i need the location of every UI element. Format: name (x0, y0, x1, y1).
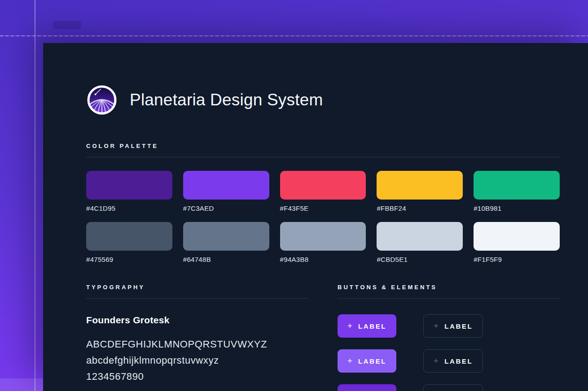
section-heading: TYPOGRAPHY (86, 284, 309, 291)
button-label: LABEL (358, 322, 386, 330)
font-name: Founders Grotesk (86, 315, 309, 326)
color-swatch-cell: #FBBF24 (377, 171, 463, 212)
secondary-label-button[interactable]: + LABEL (423, 349, 483, 373)
color-swatch-cell: #475569 (86, 222, 172, 263)
color-swatch-cell: #F1F5F9 (474, 222, 560, 263)
specimen-digits: 1234567890 (86, 369, 309, 385)
button-row: + LABEL + LABEL (338, 314, 560, 338)
color-palette-section: COLOR PALETTE #4C1D95 #7C3AED #F43F5E #F… (86, 143, 560, 263)
button-label: LABEL (444, 322, 473, 330)
plus-icon: + (434, 321, 439, 331)
specimen-lowercase: abcdefghijklmnopqrstuvwxyz (86, 352, 309, 369)
plus-icon: + (347, 356, 352, 366)
color-swatch-cell: #94A3B8 (280, 222, 366, 263)
swatch-grid: #4C1D95 #7C3AED #F43F5E #FBBF24 #10B981 … (86, 171, 560, 263)
color-hex-label: #94A3B8 (280, 256, 366, 263)
section-heading: COLOR PALETTE (86, 143, 560, 149)
color-hex-label: #475569 (86, 256, 172, 263)
background-shape (0, 378, 43, 391)
color-swatch (280, 222, 366, 251)
section-divider (86, 157, 560, 157)
color-swatch (474, 171, 560, 200)
buttons-section: BUTTONS & ELEMENTS + LABEL + LABEL + (338, 284, 560, 391)
primary-label-button-hover[interactable]: + LABEL (338, 349, 396, 373)
secondary-label-button[interactable]: + LABEL (423, 384, 483, 391)
color-hex-label: #CBD5E1 (377, 256, 463, 263)
vertical-guide-line (35, 0, 35, 391)
color-swatch (86, 222, 172, 251)
button-label: LABEL (444, 357, 473, 365)
color-swatch-cell: #4C1D95 (86, 171, 172, 212)
page-header: Planetaria Design System (86, 84, 560, 116)
color-swatch (474, 222, 560, 251)
color-swatch-cell: #64748B (183, 222, 269, 263)
button-row: + LABEL + LABEL (338, 384, 560, 391)
button-label: LABEL (358, 357, 386, 365)
planetaria-logo-icon (86, 84, 118, 116)
button-row: + LABEL + LABEL (338, 349, 560, 373)
secondary-label-button[interactable]: + LABEL (423, 314, 483, 338)
color-swatch-cell: #F43F5E (280, 171, 366, 212)
color-hex-label: #64748B (183, 256, 269, 263)
color-swatch (280, 171, 366, 200)
color-swatch-cell: #7C3AED (183, 171, 269, 212)
color-hex-label: #10B981 (474, 204, 560, 212)
section-divider (86, 298, 309, 299)
color-swatch (86, 171, 172, 200)
design-system-panel: Planetaria Design System COLOR PALETTE #… (43, 43, 588, 391)
horizontal-guide-line (0, 35, 588, 36)
section-divider (338, 298, 560, 299)
color-swatch (183, 222, 269, 251)
type-specimen: ABCDEFGHIJKLMNOPQRSTUVWXYZ abcdefghijklm… (86, 336, 309, 385)
color-swatch-cell: #10B981 (474, 171, 560, 212)
color-hex-label: #FBBF24 (377, 204, 463, 212)
color-swatch-cell: #CBD5E1 (377, 222, 463, 263)
lower-sections: TYPOGRAPHY Founders Grotesk ABCDEFGHIJKL… (86, 284, 560, 391)
color-hex-label: #4C1D95 (86, 204, 172, 212)
plus-icon: + (347, 321, 352, 331)
typography-section: TYPOGRAPHY Founders Grotesk ABCDEFGHIJKL… (86, 284, 309, 391)
specimen-uppercase: ABCDEFGHIJKLMNOPQRSTUVWXYZ (86, 336, 309, 352)
color-swatch (377, 222, 463, 251)
color-hex-label: #F43F5E (280, 204, 366, 212)
primary-label-button[interactable]: + LABEL (338, 314, 396, 338)
color-hex-label: #7C3AED (183, 204, 269, 212)
color-swatch (183, 171, 269, 200)
plus-icon: + (434, 356, 439, 366)
page-title: Planetaria Design System (130, 91, 323, 109)
color-hex-label: #F1F5F9 (474, 256, 560, 263)
color-swatch (377, 171, 463, 200)
background-shape (53, 21, 81, 29)
section-heading: BUTTONS & ELEMENTS (338, 284, 560, 291)
button-examples: + LABEL + LABEL + LABEL + LABEL (338, 314, 560, 391)
primary-label-button-active[interactable]: + LABEL (338, 384, 396, 391)
